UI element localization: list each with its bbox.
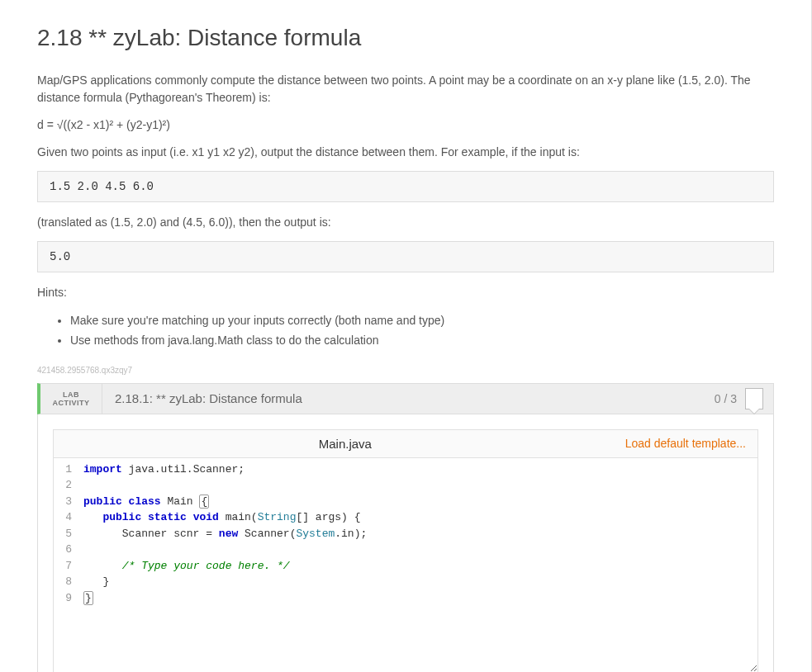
editor-toolbar: Main.java Load default template... <box>53 429 758 458</box>
line-number: 7 <box>54 558 72 575</box>
activity-header: LAB ACTIVITY 2.18.1: ** zyLab: Distance … <box>37 383 774 414</box>
hint-item: Make sure you're matching up your inputs… <box>70 311 774 331</box>
activity-score: 0 / 3 <box>705 384 773 414</box>
code-content[interactable]: import java.util.Scanner; public class M… <box>78 458 757 672</box>
seed-text: 421458.2955768.qx3zqy7 <box>37 366 774 375</box>
formula-text: d = √((x2 - x1)² + (y2-y1)²) <box>37 116 774 134</box>
problem-description: Map/GPS applications commonly compute th… <box>37 72 774 351</box>
line-number: 5 <box>54 526 72 542</box>
activity-title: 2.18.1: ** zyLab: Distance formula <box>102 384 705 414</box>
editor-wrap: Main.java Load default template... 1 2 3… <box>37 414 774 672</box>
line-number: 3 <box>54 494 72 510</box>
line-number: 1 <box>54 461 72 478</box>
lab-label-top: LAB <box>63 390 79 399</box>
hints-label: Hints: <box>37 284 774 301</box>
score-badge-icon <box>745 388 763 409</box>
line-number: 8 <box>54 574 72 590</box>
given-text: Given two points as input (i.e. x1 y1 x2… <box>37 144 774 161</box>
code-editor[interactable]: 1 2 3 4 5 6 7 8 9 import java.util.Scann… <box>53 458 758 672</box>
hints-list: Make sure you're matching up your inputs… <box>70 311 774 351</box>
line-number: 9 <box>54 590 72 607</box>
translated-text: (translated as (1.5, 2.0) and (4.5, 6.0)… <box>37 214 774 231</box>
line-number: 4 <box>54 509 72 526</box>
editor-filename: Main.java <box>65 437 625 451</box>
intro-text: Map/GPS applications commonly compute th… <box>37 72 774 106</box>
line-number: 2 <box>54 477 72 494</box>
lab-label-bottom: ACTIVITY <box>52 399 89 407</box>
activity-type-label: LAB ACTIVITY <box>40 384 102 414</box>
line-gutter: 1 2 3 4 5 6 7 8 9 <box>54 458 78 672</box>
score-text: 0 / 3 <box>715 392 737 405</box>
line-number: 6 <box>54 542 72 558</box>
example-output-box: 5.0 <box>37 241 774 272</box>
example-input-box: 1.5 2.0 4.5 6.0 <box>37 171 774 202</box>
hint-item: Use methods from java.lang.Math class to… <box>70 331 774 351</box>
page-title: 2.18 ** zyLab: Distance formula <box>37 25 774 51</box>
load-default-link[interactable]: Load default template... <box>625 437 746 450</box>
